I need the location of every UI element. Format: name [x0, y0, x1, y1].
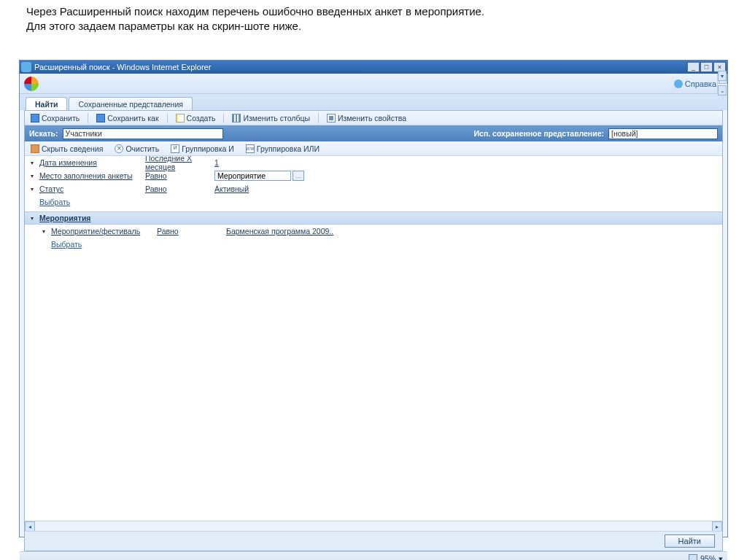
zoom-icon	[689, 554, 697, 561]
scroll-left-button[interactable]: ◂	[25, 521, 35, 532]
group-menu-icon[interactable]: ▾	[31, 215, 36, 222]
saveas-icon	[96, 114, 105, 122]
tab-find[interactable]: Найти	[26, 97, 67, 110]
operator-link[interactable]: Равно	[157, 227, 226, 236]
columns-icon	[232, 114, 241, 122]
group-name-link[interactable]: Мероприятия	[39, 214, 90, 222]
row-menu-icon[interactable]: ▾	[31, 160, 36, 166]
instruction-line2: Для этого задаем параметры как на скрин-…	[26, 19, 484, 34]
value-link[interactable]: Барменская программа 2009..	[226, 227, 333, 236]
scroll-right-button[interactable]: ▸	[712, 521, 722, 532]
hide-details-button[interactable]: Скрыть сведения	[28, 144, 106, 154]
horizontal-scrollbar[interactable]: ◂ ▸	[25, 521, 722, 531]
ie-icon	[21, 62, 31, 72]
scroll-expand-button[interactable]: ⌄	[718, 85, 727, 96]
criteria-row-1: ▾ Дата изменения Последние X месяцев 1	[25, 156, 722, 169]
instruction-text: Через Расширенный поиск находим перечень…	[26, 4, 484, 34]
crm-logo-icon	[24, 77, 39, 91]
criteria-row-4: ▾ Мероприятие/фестиваль Равно Барменская…	[25, 225, 722, 238]
new-icon	[176, 114, 185, 122]
field-link[interactable]: Статус	[39, 184, 145, 193]
minimize-button[interactable]: _	[687, 62, 700, 72]
group-and-button[interactable]: Группировка И	[168, 144, 237, 154]
operator-link[interactable]: Равно	[145, 184, 214, 193]
clear-button[interactable]: Очистить	[112, 144, 162, 154]
new-button[interactable]: Создать	[173, 113, 219, 123]
toolbar-primary: Сохранить Сохранить как Создать Изменить…	[25, 111, 722, 125]
saved-view-label: Исп. сохраненное представление:	[474, 129, 604, 138]
operator-link[interactable]: Равно	[145, 171, 214, 180]
scroll-track[interactable]	[35, 521, 712, 531]
window-title: Расширенный поиск - Windows Internet Exp…	[34, 63, 211, 71]
value-link[interactable]: Активный	[214, 184, 249, 193]
save-icon	[31, 114, 39, 122]
group-or-icon	[246, 144, 255, 153]
help-icon	[674, 79, 683, 88]
select-field-link-2[interactable]: Выбрать	[25, 238, 722, 251]
footer-bar: Найти	[25, 532, 722, 551]
zoom-chevron-icon[interactable]: ▾	[719, 554, 723, 561]
criteria-area: ▾ Дата изменения Последние X месяцев 1 ▾…	[25, 156, 722, 532]
instruction-line1: Через Расширенный поиск находим перечень…	[26, 4, 484, 19]
maximize-button[interactable]: □	[700, 62, 713, 72]
field-link[interactable]: Мероприятие/фестиваль	[51, 227, 157, 236]
search-label: Искать:	[29, 129, 58, 138]
value-link[interactable]: 1	[214, 158, 219, 167]
entity-select[interactable]	[63, 128, 223, 139]
saveas-button[interactable]: Сохранить как	[93, 113, 161, 123]
hide-icon	[31, 144, 39, 153]
value-input[interactable]	[214, 171, 291, 181]
saved-view-select[interactable]	[608, 128, 718, 139]
help-label: Справка	[685, 79, 716, 88]
header-bar: Справка ▾	[20, 74, 727, 94]
toolbar-secondary: Скрыть сведения Очистить Группировка И Г…	[25, 141, 722, 156]
status-bar: 95% ▾	[20, 551, 727, 560]
edit-columns-button[interactable]: Изменить столбцы	[229, 113, 313, 123]
ie-window: Расширенный поиск - Windows Internet Exp…	[19, 60, 728, 537]
row-menu-icon[interactable]: ▾	[31, 173, 36, 179]
tabs-row: Найти Сохраненные представления	[20, 94, 727, 110]
find-button[interactable]: Найти	[665, 534, 715, 548]
group-header: ▾ Мероприятия	[25, 211, 722, 225]
edit-properties-button[interactable]: Изменить свойства	[324, 113, 409, 123]
group-and-icon	[171, 144, 179, 153]
titlebar: Расширенный поиск - Windows Internet Exp…	[20, 61, 727, 74]
page-scrollbar[interactable]: ▴ ▾ ⌄	[717, 74, 727, 94]
help-link[interactable]: Справка ▾	[674, 79, 723, 88]
criteria-row-3: ▾ Статус Равно Активный	[25, 182, 722, 195]
operator-link[interactable]: Последние X месяцев	[145, 156, 214, 171]
properties-icon	[327, 114, 336, 122]
field-link[interactable]: Дата изменения	[39, 158, 145, 167]
save-button[interactable]: Сохранить	[28, 113, 82, 123]
group-or-button[interactable]: Группировка ИЛИ	[243, 144, 322, 154]
scroll-down-button[interactable]: ▾	[718, 71, 727, 81]
zoom-value: 95%	[700, 554, 716, 561]
criteria-row-2: ▾ Место заполнения анкеты Равно …	[25, 169, 722, 182]
main-panel: Сохранить Сохранить как Создать Изменить…	[24, 110, 723, 551]
lookup-button[interactable]: …	[293, 171, 304, 181]
row-menu-icon[interactable]: ▾	[31, 186, 36, 192]
search-row: Искать: Исп. сохраненное представление:	[25, 125, 722, 141]
tab-saved-views[interactable]: Сохраненные представления	[69, 97, 192, 110]
clear-icon	[115, 144, 123, 153]
field-link[interactable]: Место заполнения анкеты	[39, 171, 145, 180]
row-menu-icon[interactable]: ▾	[42, 228, 48, 235]
select-field-link[interactable]: Выбрать	[25, 195, 722, 209]
